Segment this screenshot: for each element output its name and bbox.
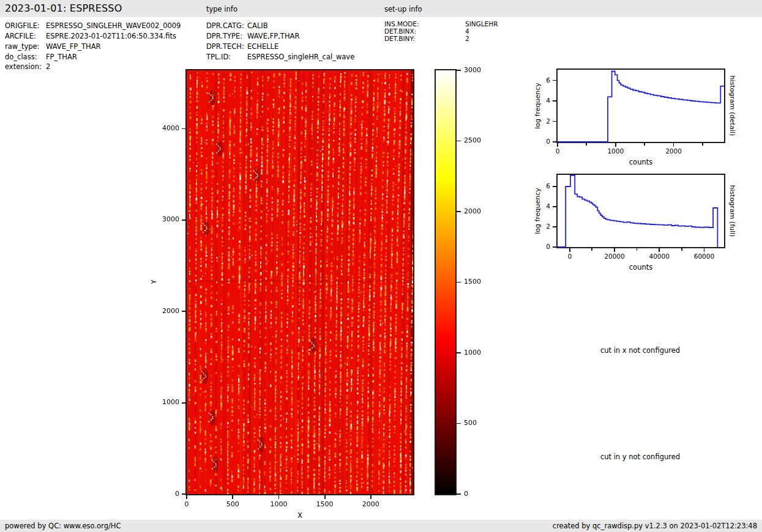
y-tick-label: 4 <box>533 97 550 104</box>
x-tick-label: 1000 <box>260 500 297 508</box>
x-tick-label: 20000 <box>593 253 636 260</box>
doclass-label: do_class: <box>5 53 37 61</box>
x-tick <box>370 495 372 499</box>
main-yaxis-label: Y <box>150 280 158 284</box>
y-tick <box>553 226 556 227</box>
histogram-full-line-plot <box>558 175 724 247</box>
hist-detail-xlabel: counts <box>629 158 652 166</box>
detbinx-label: DET.BINX: <box>384 28 416 35</box>
x-tick <box>702 143 703 146</box>
dprtech-value: ECHELLE <box>247 42 278 51</box>
tplid-label: TPL.ID: <box>206 53 231 61</box>
raw-image-frame <box>185 69 414 495</box>
detbiny-value: 2 <box>465 35 469 42</box>
y-tick <box>553 80 556 81</box>
y-tick-label: 3000 <box>150 215 179 223</box>
hist-full-right-label: histogram (full) <box>728 185 736 237</box>
colorbar-tick-label: 1000 <box>464 349 481 357</box>
page-title: 2023-01-01: ESPRESSO <box>5 2 122 14</box>
colorbar-tick <box>457 493 461 495</box>
y-tick <box>553 246 556 248</box>
colorbar-tick-label: 2000 <box>464 207 481 215</box>
x-tick-label: 1000 <box>594 147 637 155</box>
x-tick <box>681 248 682 251</box>
histogram-full-step-line <box>558 175 717 247</box>
x-tick <box>637 248 638 251</box>
dprtype-value: WAVE,FP,THAR <box>247 32 299 40</box>
x-tick-label: 1500 <box>307 500 343 508</box>
x-tick-label: 0 <box>536 147 579 155</box>
x-tick <box>186 495 187 499</box>
x-tick-label: 2000 <box>652 147 695 155</box>
y-tick <box>553 141 556 142</box>
colorbar-tick-label: 500 <box>464 419 477 427</box>
x-tick <box>232 495 233 499</box>
x-tick <box>659 248 660 252</box>
y-tick-label: 0 <box>533 243 550 250</box>
x-tick <box>704 248 705 252</box>
colorbar-tick <box>457 282 461 283</box>
colorbar-tick <box>457 70 461 71</box>
y-tick-label: 6 <box>533 76 550 84</box>
detbinx-value: 4 <box>465 28 469 35</box>
y-tick <box>182 493 185 495</box>
dprcatg-value: CALIB <box>247 21 268 30</box>
origfile-value: ESPRESSO_SINGLEHR_WAVE002_0009 <box>46 21 181 30</box>
y-tick-label: 0 <box>150 490 179 498</box>
qc-report-page: 2023-01-01: ESPRESSO type info set-up in… <box>0 0 762 532</box>
type-info-heading: type info <box>206 5 237 13</box>
dprcatg-label: DPR.CATG: <box>206 21 244 30</box>
x-tick-label: 0 <box>168 500 205 508</box>
setup-info-heading: set-up info <box>384 5 422 13</box>
y-tick-label: 0 <box>533 138 550 145</box>
y-tick <box>182 128 185 130</box>
hist-full-xlabel: counts <box>629 263 652 272</box>
x-tick <box>591 248 592 251</box>
x-tick-label: 0 <box>548 253 591 260</box>
extension-value: 2 <box>46 62 50 71</box>
y-tick <box>553 206 556 207</box>
x-tick-label: 60000 <box>682 253 725 260</box>
dprtech-label: DPR.TECH: <box>206 42 244 51</box>
rawtype-label: raw_type: <box>5 42 40 51</box>
x-tick <box>586 143 587 146</box>
x-tick <box>614 248 615 252</box>
histogram-detail-line-plot <box>558 70 724 142</box>
extension-label: extension: <box>5 62 42 71</box>
hist-detail-right-label: histogram (detail) <box>728 76 736 136</box>
main-xaxis-label: X <box>297 511 302 520</box>
y-tick-label: 4000 <box>150 124 179 132</box>
x-tick <box>278 495 280 499</box>
colorbar-tick-label: 1500 <box>464 278 481 286</box>
tplid-value: ESPRESSO_singleHR_cal_wave <box>247 53 354 61</box>
x-tick <box>569 248 570 252</box>
y-tick <box>182 311 185 312</box>
rawtype-value: WAVE_FP_THAR <box>46 42 101 51</box>
colorbar-tick <box>457 423 461 424</box>
y-tick <box>553 186 556 187</box>
x-tick-label: 500 <box>214 500 251 508</box>
origfile-label: ORIGFILE: <box>5 21 40 30</box>
x-tick <box>673 143 674 147</box>
colorbar-tick-label: 2500 <box>464 136 481 144</box>
cut-x-message: cut in x not configured <box>542 346 738 355</box>
colorbar-tick <box>457 352 461 353</box>
doclass-value: FP_THAR <box>46 53 77 61</box>
y-tick-label: 4 <box>533 202 550 210</box>
y-tick <box>553 100 556 102</box>
y-tick-label: 1000 <box>150 398 179 406</box>
y-tick <box>182 220 185 221</box>
histogram-detail-step-line <box>558 72 724 142</box>
arcfile-label: ARCFILE: <box>5 32 36 40</box>
y-tick-label: 6 <box>533 182 550 190</box>
x-tick <box>557 143 558 147</box>
x-tick-label: 40000 <box>638 253 681 260</box>
colorbar-tick-label: 3000 <box>464 66 481 74</box>
x-tick <box>644 143 645 146</box>
detbiny-label: DET.BINY: <box>384 35 415 42</box>
colorbar-tick <box>457 211 461 212</box>
dprtype-label: DPR.TYPE: <box>206 32 242 40</box>
colorbar <box>435 69 457 495</box>
y-tick <box>182 402 185 404</box>
x-tick <box>324 495 326 499</box>
